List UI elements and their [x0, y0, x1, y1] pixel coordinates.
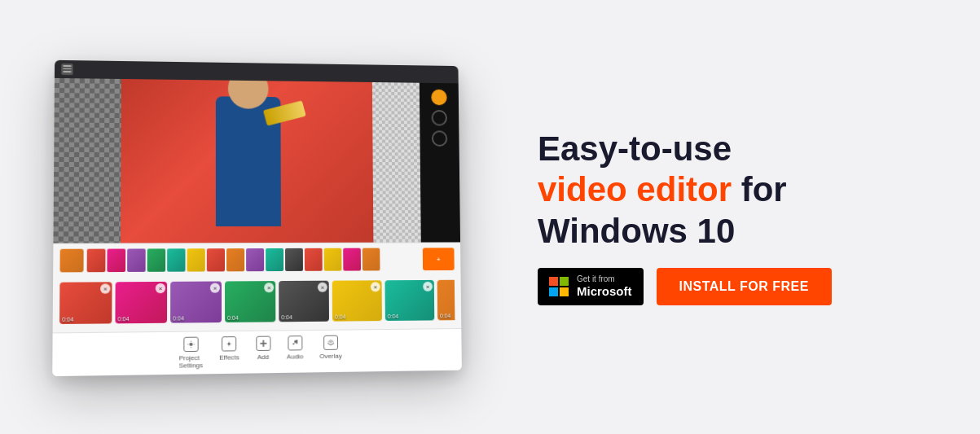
install-button[interactable]: INSTALL FOR FREE	[657, 268, 832, 305]
clip-duration: 0:04	[227, 315, 239, 321]
strip-item	[87, 249, 106, 273]
timeline-bar: +	[59, 248, 454, 272]
toolbar-label: Add	[257, 353, 269, 361]
strip-item	[187, 248, 205, 271]
app-toolbar: ProjectSettings Effects	[52, 328, 462, 376]
left-section: + × 0:04 × 0:04 × 0:04	[33, 46, 489, 388]
ms-logo-yellow	[560, 287, 569, 296]
plus-icon	[256, 336, 270, 351]
clip-duration: 0:04	[118, 316, 130, 322]
clip-duration: 0:04	[335, 314, 345, 320]
headline-dark-inline: for	[732, 170, 787, 208]
clip-item[interactable]: × 0:04	[59, 282, 112, 324]
cta-row: Get it from Microsoft INSTALL FOR FREE	[538, 268, 947, 305]
checker-right	[372, 82, 421, 243]
checker-left	[53, 78, 121, 243]
strip-item	[266, 248, 283, 271]
clip-duration: 0:04	[388, 313, 398, 319]
toolbar-item-audio[interactable]: Audio	[287, 335, 304, 368]
clip-duration: 0:04	[440, 313, 450, 318]
page-container: + × 0:04 × 0:04 × 0:04	[0, 0, 980, 434]
toolbar-label: ProjectSettings	[179, 354, 203, 370]
menu-icon	[61, 64, 73, 75]
gear-icon	[183, 337, 198, 353]
ms-top-text: Get it from	[577, 274, 632, 284]
video-main	[121, 79, 373, 243]
app-screenshot: + × 0:04 × 0:04 × 0:04	[52, 60, 462, 376]
clip-item[interactable]: × 0:04	[225, 281, 275, 322]
clip-item[interactable]: × 0:04	[279, 281, 329, 322]
timeline-add-btn[interactable]: +	[423, 248, 455, 270]
clip-duration: 0:04	[173, 315, 184, 321]
video-side-panel	[420, 83, 460, 243]
strip-item	[343, 248, 361, 271]
strip-item	[324, 248, 342, 271]
timeline-thumb	[59, 249, 83, 273]
strip-item	[285, 248, 303, 271]
timeline-strip	[87, 248, 420, 272]
toolbar-label: Effects	[219, 353, 240, 361]
strip-item	[305, 248, 323, 271]
clip-duration: 0:04	[62, 317, 73, 322]
status-dot-yellow	[431, 90, 446, 106]
strip-item	[226, 248, 244, 271]
microsoft-badge[interactable]: Get it from Microsoft	[538, 268, 644, 305]
ms-logo-blue	[549, 287, 558, 296]
clip-duration: 0:04	[281, 314, 292, 320]
microsoft-logo	[549, 277, 569, 296]
status-dot-1	[432, 110, 447, 126]
headline-orange: video editor	[538, 170, 732, 208]
clip-item[interactable]: × 0:04	[115, 282, 167, 323]
sparkle-icon	[222, 336, 236, 351]
clip-close-btn[interactable]: ×	[156, 283, 165, 293]
toolbar-item-project[interactable]: ProjectSettings	[179, 337, 203, 370]
clip-close-btn[interactable]: ×	[210, 283, 220, 293]
video-area	[53, 78, 460, 243]
clip-close-btn[interactable]: ×	[423, 282, 433, 292]
toolbar-item-overlay[interactable]: Overlay	[319, 335, 342, 368]
video-person	[121, 79, 373, 243]
music-icon	[288, 335, 302, 350]
ms-logo-red	[549, 277, 558, 286]
clip-close-btn[interactable]: ×	[264, 283, 274, 292]
layers-icon	[323, 335, 338, 350]
toolbar-label: Overlay	[319, 353, 341, 360]
toolbar-item-effects[interactable]: Effects	[219, 336, 240, 369]
clip-close-btn[interactable]: ×	[371, 282, 380, 292]
timeline-area: + × 0:04 × 0:04 × 0:04	[53, 242, 462, 332]
svg-point-2	[189, 343, 192, 346]
ms-text-group: Get it from Microsoft	[577, 274, 632, 299]
right-section: Easy-to-use video editor for Windows 10 …	[489, 129, 947, 305]
toolbar-item-add[interactable]: Add	[256, 336, 270, 369]
clip-item[interactable]: × 0:04	[170, 281, 222, 322]
toolbar-label: Audio	[287, 353, 303, 360]
strip-item	[167, 248, 185, 271]
strip-item	[363, 248, 380, 271]
clip-item[interactable]: × 0:04	[332, 280, 382, 321]
svg-rect-5	[260, 343, 266, 344]
strip-item	[147, 248, 166, 271]
headline-line1: Easy-to-use	[538, 129, 947, 169]
clip-close-btn[interactable]: ×	[100, 283, 110, 293]
ms-logo-green	[560, 277, 569, 286]
clips-row: × 0:04 × 0:04 × 0:04 × 0:04	[59, 275, 455, 327]
strip-item	[107, 249, 125, 273]
ms-bottom-text: Microsoft	[577, 284, 632, 299]
headline-line3: Windows 10	[538, 211, 947, 252]
clip-item[interactable]: × 0:04	[385, 280, 434, 321]
strip-item	[127, 248, 146, 272]
clip-item[interactable]: × 0:04	[437, 280, 455, 321]
headline: Easy-to-use video editor for Windows 10	[538, 129, 947, 252]
status-dot-2	[432, 130, 447, 147]
strip-item	[207, 248, 225, 271]
clip-close-btn[interactable]: ×	[318, 283, 327, 292]
strip-item	[246, 248, 264, 271]
